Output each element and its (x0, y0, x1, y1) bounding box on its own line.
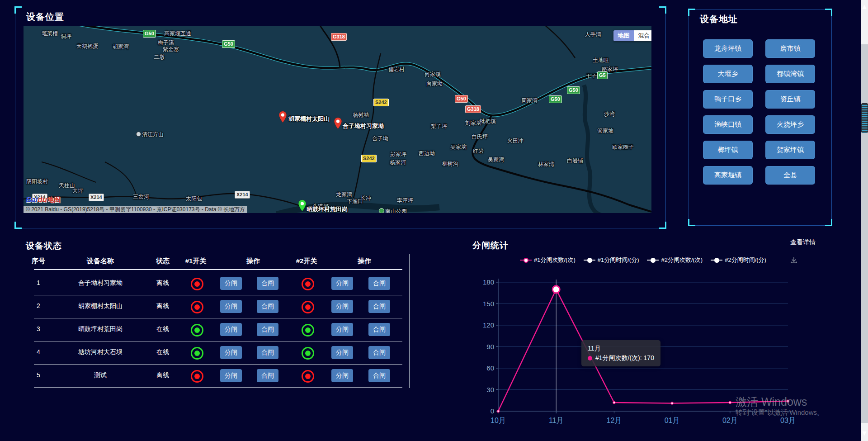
table-row: 1合子坳村习家坳离线分闸合闸分闸合闸 (34, 272, 402, 295)
close-switch2-button[interactable]: 合闸 (368, 346, 390, 359)
device-marker[interactable] (278, 111, 287, 123)
open-switch1-button[interactable]: 分闸 (220, 369, 242, 382)
col-header-sw1: #1开关 (178, 257, 214, 266)
corner-accent (688, 9, 695, 16)
close-switch1-button[interactable]: 合闸 (257, 277, 278, 290)
svg-text:10月: 10月 (491, 417, 506, 424)
scroll-up-arrow[interactable]: ▲ (861, 3, 868, 11)
svg-text:120: 120 (483, 321, 494, 329)
address-button-2[interactable]: 磨市镇 (765, 39, 815, 58)
chart-tooltip: 11月 #1分闸次数/(次): 170 (581, 340, 660, 366)
switch2-indicator (302, 370, 314, 383)
close-switch2-button[interactable]: 合闸 (368, 277, 390, 290)
open-switch2-button[interactable]: 分闸 (331, 277, 353, 290)
legend-label: #1分闸次数/(次) (534, 256, 576, 264)
close-switch1-button[interactable]: 合闸 (257, 300, 278, 313)
close-switch2-button[interactable]: 合闸 (368, 369, 390, 382)
scroll-down-arrow[interactable]: ▼ (861, 429, 868, 437)
col-header-seq: 序号 (25, 257, 52, 266)
legend-dot (651, 258, 656, 263)
map-place-label: 周家湾 (521, 97, 538, 104)
address-button-11[interactable]: 高家堰镇 (703, 166, 753, 185)
page-scrollbar[interactable]: ▲ ▼ (861, 0, 868, 441)
close-switch1-button[interactable]: 合闸 (257, 369, 278, 382)
map-type-option[interactable]: 混合 (634, 30, 651, 41)
map-type-control[interactable]: 地图混合 (613, 30, 651, 41)
open-switch1-button[interactable]: 分闸 (220, 323, 242, 336)
open-switch1-button[interactable]: 分闸 (220, 346, 242, 359)
road-badge: G50 (222, 40, 235, 48)
open-switch1-button[interactable]: 分闸 (220, 300, 242, 313)
map-place-label: 土地咀 (593, 57, 609, 64)
corner-accent (659, 222, 666, 229)
address-button-4[interactable]: 都镇湾镇 (765, 65, 815, 83)
legend-item[interactable]: #1分闸时间/(分) (584, 256, 639, 264)
baidu-map-canvas[interactable]: 笔架槽洞坪天鹅抱蛋胡家湾高家堰互通梅子溪紫金寨二墩人手湾土地咀路家坪干子堰偏岩村… (24, 26, 651, 213)
map-place-label: 清江方山 (136, 131, 164, 138)
dashboard-root: 设备位置 笔架槽洞坪天鹅抱蛋胡家湾高家堰互通梅子溪紫金寨二墩人手湾土地咀路家坪干… (0, 0, 868, 441)
view-details-link[interactable]: 查看详情 (790, 238, 816, 247)
open-switch2-button[interactable]: 分闸 (331, 323, 353, 336)
map-place-label: 梨子坪 (431, 123, 447, 130)
tooltip-entry: #1分闸次数/(次): 170 (595, 354, 654, 361)
indicator-dot (194, 374, 200, 379)
switch2-indicator (302, 301, 314, 313)
device-location-panel: 设备位置 笔架槽洞坪天鹅抱蛋胡家湾高家堰互通梅子溪紫金寨二墩人手湾土地咀路家坪干… (15, 7, 666, 228)
map-place-label: 高家堰互通 (164, 30, 191, 38)
download-icon[interactable] (790, 256, 798, 264)
legend-item[interactable]: #2分闸次数/(次) (647, 256, 703, 264)
map-place-label: 胡家湾 (113, 43, 129, 51)
baidu-logo[interactable]: Baidu 地图 (26, 195, 60, 204)
open-switch2-button[interactable]: 分闸 (331, 369, 353, 382)
address-button-8[interactable]: 火烧坪乡 (765, 115, 815, 134)
device-address-title: 设备地址 (700, 13, 738, 25)
open-switch1-button[interactable]: 分闸 (220, 277, 242, 290)
indicator-dot (305, 327, 311, 333)
address-button-9[interactable]: 榔坪镇 (703, 141, 753, 159)
open-switch2-button[interactable]: 分闸 (331, 346, 353, 359)
scrollbar-thumb[interactable] (861, 103, 868, 133)
address-button-10[interactable]: 贺家坪镇 (765, 141, 815, 159)
legend-marker-icon (711, 258, 722, 262)
corner-accent (688, 219, 695, 226)
table-row: 5测试离线分闸合闸分闸合闸 (34, 364, 402, 388)
map-place-label: 人手湾 (585, 31, 601, 38)
row-status: 在线 (145, 325, 181, 333)
map-type-option[interactable]: 地图 (613, 30, 634, 41)
windows-activation-watermark: 激活 Windows (736, 394, 807, 409)
device-marker[interactable] (298, 199, 307, 212)
indicator-dot (305, 374, 311, 379)
road-badge: G50 (567, 86, 580, 94)
legend-item[interactable]: #1分闸次数/(次) (520, 256, 576, 264)
tooltip-entry-row: #1分闸次数/(次): 170 (588, 353, 654, 363)
address-button-6[interactable]: 资丘镇 (765, 90, 815, 109)
close-switch1-button[interactable]: 合闸 (257, 323, 278, 336)
row-seq: 4 (23, 348, 54, 356)
road-badge: G50 (143, 30, 156, 38)
map-place-label: 合子坳 (372, 135, 388, 142)
address-button-1[interactable]: 龙舟坪镇 (703, 39, 753, 58)
address-button-grid: 龙舟坪镇磨市镇大堰乡都镇湾镇鸭子口乡资丘镇渔峡口镇火烧坪乡榔坪镇贺家坪镇高家堰镇… (703, 39, 815, 185)
table-scrollbar[interactable] (409, 254, 410, 388)
map-place-label: 吴家垴 (450, 143, 467, 151)
address-button-5[interactable]: 鸭子口乡 (703, 90, 753, 109)
legend-item[interactable]: #2分闸时间/(分) (711, 256, 766, 264)
switch2-indicator (302, 278, 314, 290)
map-place-label: 向家坳 (426, 80, 443, 88)
address-button-3[interactable]: 大堰乡 (703, 65, 753, 83)
road-badge: G50 (549, 95, 562, 103)
svg-text:12月: 12月 (607, 417, 622, 424)
address-button-12[interactable]: 全县 (765, 166, 815, 185)
address-button-7[interactable]: 渔峡口镇 (703, 115, 753, 134)
row-status: 离线 (145, 302, 181, 310)
device-marker[interactable] (334, 117, 342, 129)
close-switch2-button[interactable]: 合闸 (368, 323, 390, 336)
map-place-label: 天鹅抱蛋 (76, 43, 98, 50)
close-switch1-button[interactable]: 合闸 (257, 346, 278, 359)
road-badge: X214 (235, 191, 250, 199)
switch1-indicator (191, 347, 203, 360)
open-switch2-button[interactable]: 分闸 (331, 300, 353, 313)
legend-marker-icon (647, 258, 659, 262)
map-place-label: 阴阳坡村 (26, 178, 48, 185)
close-switch2-button[interactable]: 合闸 (368, 300, 390, 313)
